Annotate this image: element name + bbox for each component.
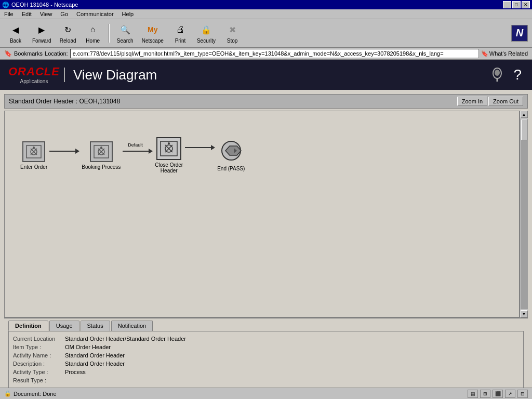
stop-icon: ✖	[225, 22, 240, 37]
menu-communicator[interactable]: Communicator	[74, 10, 116, 18]
result-type-label: Result Type :	[13, 377, 65, 383]
activity-type-label: Activity Type :	[13, 369, 65, 375]
definition-row-result-type: Result Type :	[13, 377, 519, 383]
forward-button[interactable]: ▶ Forward	[29, 21, 55, 45]
zoom-in-button[interactable]: Zoom In	[457, 97, 487, 106]
workflow-area: Enter Order	[4, 111, 528, 317]
current-location-value: Standard Order Header/Standard Order Hea…	[65, 336, 186, 342]
status-btn-2[interactable]: ⊞	[480, 390, 490, 398]
activity-name-value: Standard Order Header	[65, 352, 125, 358]
vertical-scrollbar[interactable]: ▲ ▼	[520, 111, 528, 317]
tab-notification[interactable]: Notification	[111, 321, 153, 331]
scroll-down-arrow[interactable]: ▼	[521, 310, 528, 317]
status-btn-3[interactable]: ⬛	[493, 390, 503, 398]
menu-bar: File Edit View Go Communicator Help	[0, 9, 532, 19]
toolbar: ◀ Back ▶ Forward ↻ Reload ⌂ Home 🔍 Searc…	[0, 19, 532, 48]
status-icon: 🔒	[4, 390, 11, 397]
status-btn-4[interactable]: ↗	[505, 390, 515, 398]
print-label: Print	[175, 38, 186, 44]
bookmarks-button[interactable]: Bookmarks	[14, 50, 43, 57]
home-icon: ⌂	[86, 22, 100, 37]
print-icon: 🖨	[173, 22, 188, 37]
window-title: OEOH 131048 - Netscape	[11, 2, 78, 8]
reload-label: Reload	[60, 38, 76, 44]
description-value: Standard Order Header	[65, 361, 125, 367]
scroll-up-arrow[interactable]: ▲	[521, 111, 528, 118]
description-label: Description :	[13, 361, 65, 367]
oracle-logo: ORACLE Applications View Diagram	[0, 61, 165, 89]
diagram-title: Standard Order Header : OEOH,131048	[9, 98, 120, 105]
netscape-button[interactable]: My Netscape	[139, 21, 167, 45]
forward-icon: ▶	[34, 22, 49, 37]
svg-point-2	[495, 70, 500, 76]
node-booking-process[interactable]: Booking Process	[82, 141, 121, 170]
stop-button[interactable]: ✖ Stop	[221, 21, 244, 45]
activity-name-label: Activity Name :	[13, 352, 65, 358]
forward-label: Forward	[32, 38, 51, 44]
home-button[interactable]: ⌂ Home	[82, 21, 104, 45]
oracle-logo-divider	[64, 68, 65, 82]
security-icon: 🔒	[199, 22, 214, 37]
status-text: Document: Done	[14, 391, 57, 397]
bookmark-icon: 🔖	[4, 50, 12, 57]
item-type-label: Item Type :	[13, 344, 65, 350]
home-label: Home	[86, 38, 100, 44]
scroll-thumb[interactable]	[521, 119, 527, 140]
menu-edit[interactable]: Edit	[20, 10, 34, 18]
tab-status[interactable]: Status	[81, 321, 110, 331]
node-enter-order[interactable]: Enter Order	[20, 141, 47, 170]
location-input[interactable]	[70, 49, 479, 58]
menu-go[interactable]: Go	[58, 10, 70, 18]
definition-row-activity-name: Activity Name : Standard Order Header	[13, 352, 519, 358]
netscape-icon: My	[145, 22, 160, 37]
oracle-apps-text: Applications	[20, 78, 48, 85]
toolbar-separator	[109, 24, 110, 43]
tab-definition[interactable]: Definition	[8, 321, 48, 331]
close-button[interactable]: ✕	[522, 1, 530, 8]
print-button[interactable]: 🖨 Print	[169, 21, 192, 45]
zoom-out-button[interactable]: Zoom Out	[488, 97, 523, 106]
netscape-logo: N	[511, 25, 528, 42]
current-location-label: Current Location	[13, 336, 65, 342]
node-close-order-header[interactable]: Close OrderHeader	[155, 137, 183, 174]
whats-related-icon: 🔖	[481, 50, 488, 57]
status-btn-5[interactable]: ⊟	[517, 390, 528, 398]
back-label: Back	[10, 38, 21, 44]
security-label: Security	[197, 38, 216, 44]
search-button[interactable]: 🔍 Search	[114, 21, 137, 45]
booking-process-label: Booking Process	[82, 164, 121, 170]
menu-file[interactable]: File	[2, 10, 16, 18]
tab-content-definition: Current Location Standard Order Header/S…	[8, 331, 524, 393]
tab-usage[interactable]: Usage	[49, 321, 79, 331]
whats-related-button[interactable]: 🔖 What's Related	[481, 50, 528, 57]
diagram-header: Standard Order Header : OEOH,131048 Zoom…	[4, 94, 528, 109]
maximize-button[interactable]: □	[512, 1, 521, 8]
status-btn-1[interactable]: ▤	[468, 390, 478, 398]
svg-point-17	[168, 142, 170, 144]
reload-button[interactable]: ↻ Reload	[57, 21, 79, 45]
booking-process-icon	[90, 141, 113, 162]
menu-help[interactable]: Help	[120, 10, 136, 18]
whats-related-label: What's Related	[489, 50, 528, 57]
definition-row-item-type: Item Type : OM Order Header	[13, 344, 519, 350]
definition-row-current-location: Current Location Standard Order Header/S…	[13, 336, 519, 342]
scroll-track[interactable]	[521, 119, 528, 309]
svg-point-12	[100, 147, 102, 149]
location-label: Location:	[45, 50, 68, 57]
status-bar: 🔒 Document: Done ▤ ⊞ ⬛ ↗ ⊟	[0, 388, 532, 399]
node-end-pass[interactable]: End (PASS)	[217, 139, 245, 171]
menu-view[interactable]: View	[38, 10, 55, 18]
end-pass-label: End (PASS)	[217, 166, 245, 171]
bookmarks-label: Bookmarks	[14, 50, 43, 57]
diagram-container: Standard Order Header : OEOH,131048 Zoom…	[0, 90, 532, 399]
enter-order-icon	[22, 141, 45, 162]
flashlight-icon[interactable]	[489, 67, 505, 83]
definition-row-description: Description : Standard Order Header	[13, 361, 519, 367]
activity-type-value: Process	[65, 369, 86, 375]
security-button[interactable]: 🔒 Security	[194, 21, 219, 45]
back-button[interactable]: ◀ Back	[4, 21, 27, 45]
minimize-button[interactable]: _	[503, 1, 511, 8]
help-icon[interactable]: ?	[513, 66, 522, 83]
workflow-diagram: Enter Order	[4, 111, 520, 317]
location-bar: 🔖 Bookmarks Location: 🔖 What's Related	[0, 48, 532, 60]
